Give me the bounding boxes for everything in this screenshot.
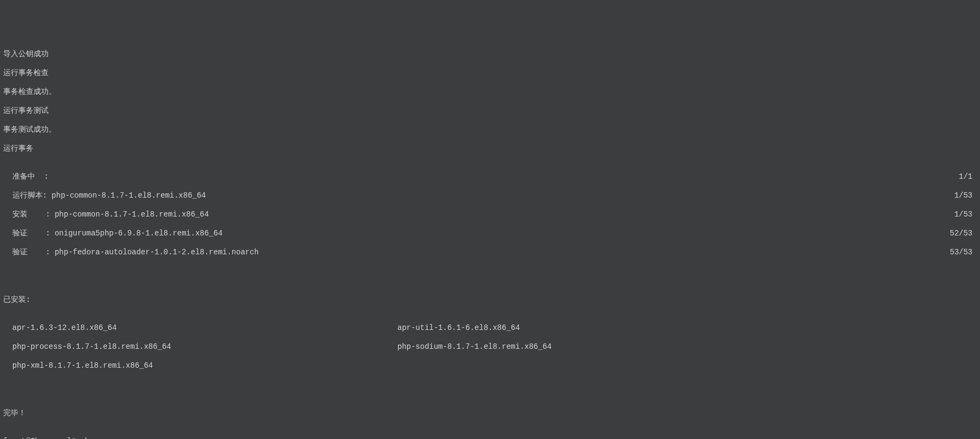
intro-line: 运行事务检查 (3, 69, 977, 78)
progress-right: 1/1 (959, 172, 977, 182)
installed-row: php-xml-8.1.7-1.el8.remi.x86_64 (3, 361, 977, 371)
blank-line (3, 276, 977, 286)
done-line: 完毕！ (3, 409, 977, 418)
progress-left: 验证 : oniguruma5php-6.9.8-1.el8.remi.x86_… (3, 229, 222, 239)
intro-line: 导入公钥成功 (3, 50, 977, 59)
progress-left: 验证 : php-fedora-autoloader-1.0.1-2.el8.r… (3, 248, 259, 258)
progress-left: 安装 : php-common-8.1.7-1.el8.remi.x86_64 (3, 210, 209, 220)
installed-right: apr-util-1.6.1-6.el8.x86_64 (397, 323, 977, 333)
installed-left: apr-1.6.3-12.el8.x86_64 (3, 323, 397, 333)
blank-line (3, 390, 977, 400)
progress-left: 准备中 : (3, 172, 49, 182)
installed-header: 已安装: (3, 295, 977, 305)
progress-left: 运行脚本: php-common-8.1.7-1.el8.remi.x86_64 (3, 191, 206, 201)
installed-right (397, 361, 977, 371)
installed-left: php-xml-8.1.7-1.el8.remi.x86_64 (3, 361, 397, 371)
installed-row: apr-1.6.3-12.el8.x86_64apr-util-1.6.1-6.… (3, 323, 977, 333)
progress-line: 安装 : php-common-8.1.7-1.el8.remi.x86_641… (3, 210, 977, 220)
progress-line: 验证 : php-fedora-autoloader-1.0.1-2.el8.r… (3, 248, 977, 258)
php-version-line: [root@Chemex ~]# php -v (3, 437, 977, 439)
intro-line: 事务测试成功。 (3, 125, 977, 135)
progress-line: 运行脚本: php-common-8.1.7-1.el8.remi.x86_64… (3, 191, 977, 201)
terminal-output[interactable]: 导入公钥成功 运行事务检查 事务检查成功。 运行事务测试 事务测试成功。 运行事… (3, 40, 977, 439)
progress-right: 52/53 (950, 229, 977, 239)
installed-left: php-process-8.1.7-1.el8.remi.x86_64 (3, 342, 397, 352)
progress-right: 53/53 (950, 248, 977, 258)
installed-right: php-sodium-8.1.7-1.el8.remi.x86_64 (397, 342, 977, 352)
intro-line: 运行事务 (3, 144, 977, 154)
progress-right: 1/53 (954, 191, 977, 201)
intro-line: 事务检查成功。 (3, 87, 977, 97)
intro-line: 运行事务测试 (3, 106, 977, 116)
installed-row: php-process-8.1.7-1.el8.remi.x86_64php-s… (3, 342, 977, 352)
progress-line: 验证 : oniguruma5php-6.9.8-1.el8.remi.x86_… (3, 229, 977, 239)
progress-line: 准备中 :1/1 (3, 172, 977, 182)
progress-right: 1/53 (954, 210, 977, 220)
